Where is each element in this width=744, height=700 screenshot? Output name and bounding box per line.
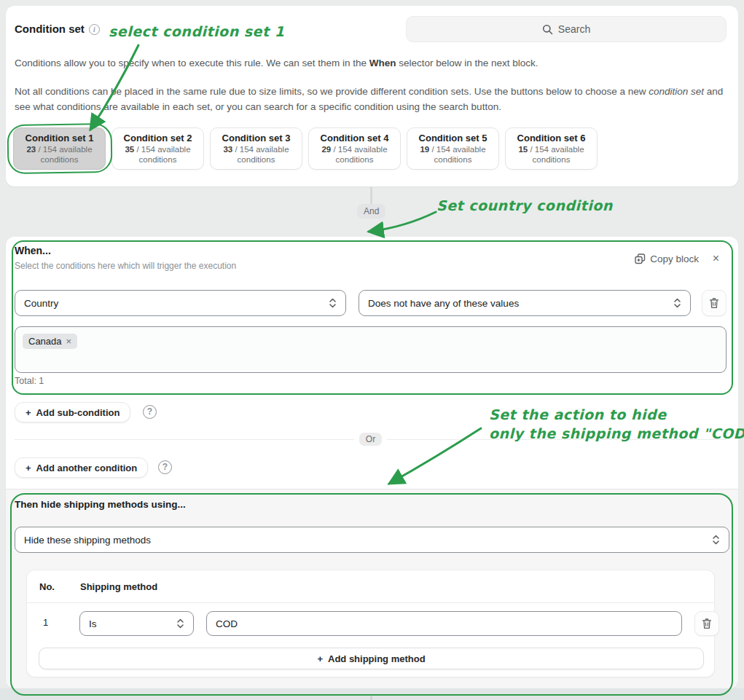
count-suffix: / 154 available [528,145,584,154]
condition-set-label: Condition set 6 [517,133,586,144]
value-chip-canada: Canada × [23,334,77,349]
sets-paragraph: Not all conditions can be placed in the … [15,84,732,114]
search-button[interactable]: Search [406,16,727,42]
annotation-line-2: only the shipping method "COD" [489,424,744,443]
count: 29 [321,145,331,154]
operator-select[interactable]: Does not have any of these values [359,290,691,316]
column-header-no: No. [39,581,55,592]
plus-icon: + [26,407,31,418]
intro-bold-when: When [369,58,396,68]
block-connector-line [370,696,372,700]
condition-set-label: Condition set 5 [419,133,487,144]
and-badge: And [357,204,385,219]
when-subtitle: Select the conditions here which will tr… [15,261,236,271]
annotation-line-1: Set the action to hide [489,405,744,424]
search-label: Search [558,23,590,35]
condition-select-value: Country [24,298,329,309]
condition-set-label: Condition set 4 [321,133,389,144]
table-header-divider [27,602,714,603]
add-another-condition-label: Add another condition [36,463,138,473]
condition-set-2-button[interactable]: Condition set 2 35 / 154 available condi… [111,127,204,170]
count-suffix: / 154 available [232,145,289,154]
total-label: Total: 1 [15,376,44,386]
count-line2: conditions [533,154,571,165]
chevron-updown-icon [673,297,681,309]
delete-method-button[interactable] [694,611,719,636]
operator-select-value: Does not have any of these values [368,298,673,309]
condition-set-count: 15 / 154 available [518,144,584,154]
block-connector-line [370,186,372,205]
intro-text-end: selector below in the next block. [396,58,539,68]
condition-values-input[interactable]: Canada × [15,326,727,373]
page-title: Condition seti [15,23,100,35]
count-line2: conditions [139,154,177,165]
trash-icon [702,618,712,629]
count-suffix: / 154 available [331,145,387,154]
action-select-value: Hide these shipping methods [24,535,712,546]
search-icon [542,24,553,35]
count: 15 [518,145,528,154]
condition-set-buttons: Condition set 1 23 / 154 available condi… [13,127,598,170]
or-badge: Or [359,433,382,446]
count-line2: conditions [238,154,275,165]
intro-text: Conditions allow you to specify when to … [15,58,369,68]
count: 35 [125,145,134,154]
page: Condition seti Search Conditions allow y… [0,0,744,700]
condition-set-5-button[interactable]: Condition set 5 19 / 154 available condi… [407,127,499,170]
count-line2: conditions [434,154,472,165]
annotation-select-condition-set: select condition set 1 [109,23,284,39]
add-shipping-method-button[interactable]: + Add shipping method [39,648,704,669]
column-header-method: Shipping method [80,581,157,592]
chevron-updown-icon [329,297,337,309]
count-suffix: / 154 available [429,145,485,154]
plus-icon: + [26,463,31,473]
condition-set-4-button[interactable]: Condition set 4 29 / 154 available condi… [308,127,401,170]
count-line2: conditions [336,154,374,165]
action-select[interactable]: Hide these shipping methods [15,527,729,553]
row-number: 1 [43,617,48,628]
help-icon[interactable]: ? [158,460,172,474]
when-title: When... [15,245,51,256]
condition-set-6-button[interactable]: Condition set 6 15 / 154 available condi… [505,127,598,170]
annotation-set-country-condition: Set country condition [436,197,613,213]
condition-set-count: 35 / 154 available [125,144,190,154]
then-title: Then hide shipping methods using... [15,499,186,510]
rule-card: When... Select the conditions here which… [6,237,738,688]
add-another-condition-button[interactable]: + Add another condition [15,457,148,478]
divider-line [15,439,354,440]
count: 23 [26,145,36,154]
help-icon[interactable]: ? [143,405,157,419]
condition-select[interactable]: Country [15,290,346,316]
sets-text: Not all conditions can be placed in the … [15,86,649,97]
count-line2: conditions [41,154,79,165]
chevron-updown-icon [712,534,720,546]
page-title-text: Condition set [15,23,85,35]
shipping-methods-table: No. Shipping method 1 Is [26,570,715,677]
add-sub-condition-label: Add sub-condition [36,407,120,418]
shipping-method-input[interactable] [206,611,682,636]
add-shipping-method-label: Add shipping method [328,653,426,664]
info-icon[interactable]: i [89,24,100,35]
chip-label: Canada [28,336,62,347]
copy-block-button[interactable]: Copy block [635,253,699,264]
method-operator-select[interactable]: Is [79,611,194,636]
plus-icon: + [317,653,323,664]
delete-condition-button[interactable] [702,290,727,316]
sets-italic-condition-set: condition set [649,86,704,97]
add-sub-condition-button[interactable]: + Add sub-condition [15,402,130,422]
condition-set-label: Condition set 3 [222,133,291,144]
chip-remove-icon[interactable]: × [66,337,72,346]
then-section: Then hide shipping methods using... Hide… [6,489,738,688]
condition-set-count: 29 / 154 available [321,144,387,154]
intro-paragraph: Conditions allow you to specify when to … [15,55,732,71]
condition-set-1-button[interactable]: Condition set 1 23 / 154 available condi… [13,127,106,170]
count-suffix: / 154 available [36,145,92,154]
close-icon[interactable]: × [713,252,719,265]
annotation-set-action: Set the action to hide only the shipping… [489,405,744,443]
condition-set-3-button[interactable]: Condition set 3 33 / 154 available condi… [210,127,302,170]
method-operator-value: Is [89,618,176,629]
copy-block-label: Copy block [650,253,699,264]
condition-set-count: 23 / 154 available [26,144,92,154]
condition-set-count: 19 / 154 available [420,144,485,154]
chevron-updown-icon [176,618,184,629]
